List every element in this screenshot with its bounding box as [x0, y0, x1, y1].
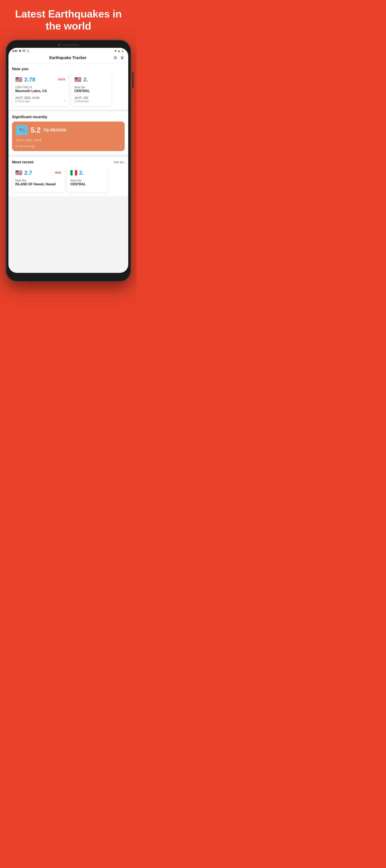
most-recent-label: Most recent — [12, 160, 34, 164]
phone-wrapper: 3:57 ⚙ 🛡 📋 ▼ ▲ 🔋 Earthquake Tracker ⚙ ♛ — [6, 40, 131, 281]
hero-section: Latest Earthquakes in the world — [0, 0, 137, 36]
sig-magnitude: 5.2 — [31, 126, 40, 134]
fiji-flag: 🇫🇯 — [16, 125, 28, 135]
card-2-distance: Near the — [75, 86, 108, 89]
settings-status-icon: ⚙ — [19, 50, 21, 53]
speaker-notch — [63, 44, 79, 46]
italy-white — [72, 170, 75, 176]
recent-card-2-location: CENTRAL — [70, 182, 104, 186]
sig-region: Fiji REGION — [43, 128, 66, 132]
phone-notch — [8, 44, 128, 46]
phone-frame: 3:57 ⚙ 🛡 📋 ▼ ▲ 🔋 Earthquake Tracker ⚙ ♛ — [6, 40, 131, 281]
card-1-arrow: › — [64, 98, 65, 103]
near-you-label: Near you — [8, 63, 128, 73]
battery-icon: 🔋 — [121, 50, 124, 53]
sim-status-icon: 📋 — [26, 50, 30, 53]
divider-2 — [8, 155, 128, 157]
sig-ago: 57 Minutes Ago — [16, 145, 121, 148]
card-1-flag-mag: 🇺🇸 2.78 — [15, 76, 35, 83]
recent-card-1-magnitude: 2.7 — [24, 169, 32, 176]
significant-section: Significant recently 🇫🇯 5.2 Fiji REGION … — [8, 112, 128, 155]
see-all-text: See all — [114, 160, 123, 164]
see-all-arrow: › — [124, 160, 125, 164]
recent-card-1-flag-mag: 🇺🇸 2.7 — [15, 169, 32, 176]
card-1-magnitude: 2.78 — [24, 76, 35, 83]
recent-card-2-magnitude: 2. — [79, 169, 84, 176]
wifi-icon: ▼ — [114, 50, 117, 53]
card-1-top: 🇺🇸 2.78 USGS — [15, 76, 65, 83]
card-2-flag: 🇺🇸 — [75, 77, 82, 82]
app-title: Earthquake Tracker — [23, 56, 113, 60]
recent-card-2-flag-mag: 2. — [70, 169, 84, 176]
recent-card-2-distance: Near the — [70, 179, 104, 182]
card-2-top: 🇺🇸 2. — [75, 76, 108, 83]
sig-arrow: › — [120, 143, 121, 148]
card-1-distance: 11km SSE of — [15, 86, 65, 89]
sig-card-top: 🇫🇯 5.2 Fiji REGION — [16, 125, 121, 135]
recent-card-2-top: 2. — [70, 169, 104, 176]
header-icons: ⚙ ♛ — [113, 55, 124, 60]
recent-card-2[interactable]: 2. Near the CENTRAL — [67, 166, 107, 192]
see-all-button[interactable]: See all › — [114, 160, 125, 164]
near-you-section: Near you 🇺🇸 2.78 USGS — [8, 63, 128, 110]
significant-label: Significant recently — [12, 112, 125, 122]
significant-card[interactable]: 🇫🇯 5.2 Fiji REGION Jul 07, 2022, 14:59 5… — [12, 122, 125, 151]
card-1-source: USGS — [58, 78, 65, 81]
italy-green — [70, 170, 72, 176]
italy-red — [75, 170, 77, 176]
app-header: Earthquake Tracker ⚙ ♛ — [8, 53, 128, 63]
card-2-datetime: Jul 07, 202 — [75, 96, 108, 99]
settings-icon[interactable]: ⚙ — [113, 55, 117, 60]
card-1-ago: 2 Hours Ago — [15, 100, 65, 103]
recent-card-1-top: 🇺🇸 2.7 NEIR — [15, 169, 61, 176]
shield-status-icon: 🛡 — [23, 50, 25, 53]
most-recent-header: Most recent See all › — [8, 157, 128, 166]
phone-screen: 3:57 ⚙ 🛡 📋 ▼ ▲ 🔋 Earthquake Tracker ⚙ ♛ — [8, 48, 128, 273]
card-2-ago: 2 Hours Ago — [75, 100, 108, 103]
italy-flag — [70, 170, 77, 176]
most-recent-scroll: 🇺🇸 2.7 NEIR Near the ISLAND OF Hawaii, H… — [8, 166, 128, 196]
status-bar: 3:57 ⚙ 🛡 📋 ▼ ▲ 🔋 — [8, 48, 128, 53]
recent-card-1-source: NEIR — [55, 171, 61, 174]
card-1-location: Mammoth Lakes, CA — [15, 89, 65, 93]
app-content: Near you 🇺🇸 2.78 USGS — [8, 63, 128, 196]
near-you-card-1[interactable]: 🇺🇸 2.78 USGS 11km SSE of Mammoth Lakes, … — [12, 73, 68, 106]
recent-card-1-flag: 🇺🇸 — [15, 170, 22, 176]
recent-card-1[interactable]: 🇺🇸 2.7 NEIR Near the ISLAND OF Hawaii, H… — [12, 166, 64, 192]
camera-notch — [58, 44, 61, 46]
signal-icon: ▲ — [118, 50, 120, 53]
side-button — [132, 72, 133, 88]
crown-icon[interactable]: ♛ — [120, 55, 124, 60]
card-2-magnitude: 2. — [83, 76, 88, 83]
sig-datetime: Jul 07, 2022, 14:59 — [16, 138, 121, 142]
status-left: 3:57 ⚙ 🛡 📋 — [12, 50, 30, 53]
hero-title: Latest Earthquakes in the world — [6, 8, 131, 32]
divider-1 — [8, 110, 128, 112]
card-1-datetime: Jul 07, 2022, 13:49 — [15, 96, 65, 99]
recent-card-1-location: ISLAND OF Hawaii, Hawaii — [15, 182, 61, 186]
near-you-scroll: 🇺🇸 2.78 USGS 11km SSE of Mammoth Lakes, … — [8, 73, 128, 110]
status-right: ▼ ▲ 🔋 — [114, 50, 124, 53]
card-2-flag-mag: 🇺🇸 2. — [75, 76, 88, 83]
recent-card-1-distance: Near the — [15, 179, 61, 182]
near-you-card-2[interactable]: 🇺🇸 2. Near the CENTRAL Jul 07, 202 2 Hou… — [71, 73, 111, 106]
card-2-location: CENTRAL — [75, 89, 108, 93]
most-recent-section: Most recent See all › 🇺🇸 — [8, 157, 128, 196]
fiji-flag-emoji: 🇫🇯 — [19, 128, 25, 133]
card-1-flag: 🇺🇸 — [15, 77, 22, 82]
status-time: 3:57 — [12, 50, 18, 53]
